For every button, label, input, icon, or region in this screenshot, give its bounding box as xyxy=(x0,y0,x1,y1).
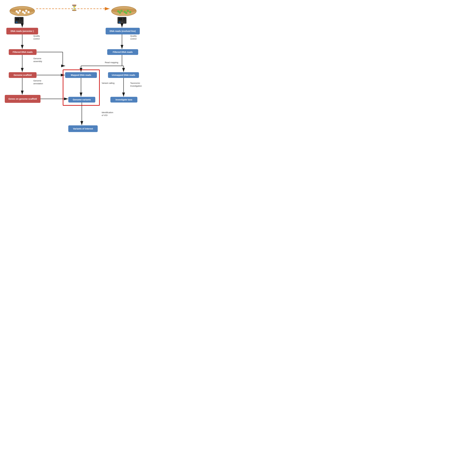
identification-voi-label: Identificationof VOI xyxy=(102,111,113,117)
taxonomic-investigation-label: TaxonomicInvestigation xyxy=(130,82,142,88)
svg-rect-33 xyxy=(119,22,120,23)
svg-point-8 xyxy=(17,12,19,14)
variants-of-interest-box: Variants of interest xyxy=(68,125,98,132)
svg-point-18 xyxy=(119,12,121,14)
svg-point-4 xyxy=(19,10,21,12)
svg-point-17 xyxy=(129,11,131,13)
dna-ancestor-box: DNA reads (ancestor ) xyxy=(6,28,38,34)
genome-scaffold-box: Genome scaffold xyxy=(9,72,36,78)
svg-rect-34 xyxy=(121,22,122,23)
svg-rect-35 xyxy=(122,22,123,23)
svg-point-14 xyxy=(120,10,123,12)
svg-point-7 xyxy=(28,11,30,13)
unmapped-dna-box: Unmapped DNA reads xyxy=(108,72,139,78)
hourglass-icon: ⏳ xyxy=(71,4,78,11)
workflow-diagram: ⏳ DNA reads (ancestor ) Filtered xyxy=(0,0,159,157)
genome-annotation-label: Genomeannotation xyxy=(33,79,43,85)
svg-point-19 xyxy=(125,12,127,14)
quality-control-right-label: Qualitycontrol xyxy=(130,35,137,40)
svg-rect-26 xyxy=(18,22,19,23)
red-highlight-border xyxy=(63,70,100,106)
genes-on-scaffold-box: Genes on genome scaffold xyxy=(5,95,41,103)
quality-control-left-label: Qualitycontrol xyxy=(33,35,40,40)
dna-evolved-box: DNA reads (evolved line) xyxy=(106,28,140,34)
read-mapping-label: Read mapping xyxy=(105,61,118,64)
filtered-evolved-box: Filtered DNA reads xyxy=(107,49,138,55)
svg-point-9 xyxy=(24,12,26,14)
svg-rect-25 xyxy=(15,22,17,23)
petri-evolved xyxy=(111,3,137,16)
svg-point-23 xyxy=(20,18,22,20)
variant-calling-label: Variant calling xyxy=(102,82,115,85)
sequencer-left-icon xyxy=(14,17,24,25)
svg-point-31 xyxy=(123,18,125,20)
svg-rect-27 xyxy=(19,22,20,23)
genome-assembly-label: Genomeassembly xyxy=(33,57,42,63)
svg-rect-30 xyxy=(119,18,122,20)
petri-ancestor xyxy=(10,3,35,16)
investigate-taxa-box: Investigate taxa xyxy=(110,97,137,102)
filtered-ancestor-box: Filtered DNA reads xyxy=(9,49,36,55)
svg-point-6 xyxy=(25,10,27,12)
svg-rect-22 xyxy=(15,18,19,20)
sequencer-right-icon xyxy=(117,17,127,25)
svg-point-16 xyxy=(127,10,129,12)
